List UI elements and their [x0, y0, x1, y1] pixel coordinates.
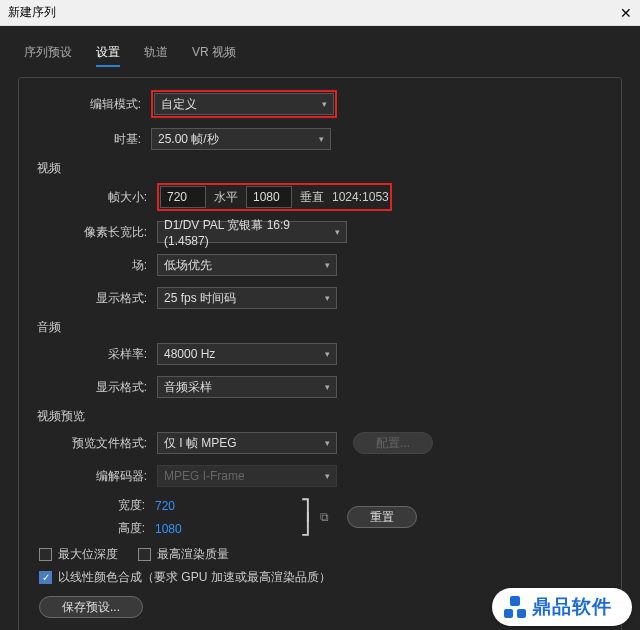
audio-display-select[interactable]: 音频采样 ▾ — [157, 376, 337, 398]
horizontal-label: 水平 — [214, 189, 238, 206]
par-label: 像素长宽比: — [37, 224, 157, 241]
chevron-down-icon: ▾ — [335, 227, 340, 237]
preview-height-value[interactable]: 1080 — [155, 522, 182, 536]
timebase-label: 时基: — [31, 131, 151, 148]
config-button: 配置... — [353, 432, 433, 454]
frame-size-highlight: 720 水平 1080 垂直 1024:1053 — [157, 183, 392, 211]
audio-display-label: 显示格式: — [37, 379, 157, 396]
fields-label: 场: — [37, 257, 157, 274]
vertical-label: 垂直 — [300, 189, 324, 206]
max-quality-checkbox[interactable] — [138, 548, 151, 561]
brand-logo: 鼎品软件 — [492, 588, 632, 626]
edit-mode-label: 编辑模式: — [31, 96, 151, 113]
linear-color-label: 以线性颜色合成（要求 GPU 加速或最高渲染品质） — [58, 569, 331, 586]
preview-file-select[interactable]: 仅 I 帧 MPEG ▾ — [157, 432, 337, 454]
chevron-down-icon: ▾ — [319, 134, 324, 144]
dialog-body: 序列预设 设置 轨道 VR 视频 编辑模式: 自定义 ▾ 时基: 25.00 帧… — [0, 26, 640, 630]
chevron-down-icon: ▾ — [325, 349, 330, 359]
tab-preset[interactable]: 序列预设 — [24, 40, 72, 67]
audio-section: 音频 — [31, 319, 609, 336]
sample-rate-label: 采样率: — [37, 346, 157, 363]
close-icon[interactable]: ✕ — [620, 5, 632, 21]
video-display-select[interactable]: 25 fps 时间码 ▾ — [157, 287, 337, 309]
codec-select: MPEG I-Frame ▾ — [157, 465, 337, 487]
par-select[interactable]: D1/DV PAL 宽银幕 16:9 (1.4587) ▾ — [157, 221, 347, 243]
timebase-select[interactable]: 25.00 帧/秒 ▾ — [151, 128, 331, 150]
max-depth-label: 最大位深度 — [58, 546, 118, 563]
fields-select[interactable]: 低场优先 ▾ — [157, 254, 337, 276]
tab-settings[interactable]: 设置 — [96, 40, 120, 67]
titlebar: 新建序列 ✕ — [0, 0, 640, 26]
tab-vr[interactable]: VR 视频 — [192, 40, 236, 67]
chevron-down-icon: ▾ — [325, 471, 330, 481]
brand-text: 鼎品软件 — [532, 594, 612, 620]
aspect-readout: 1024:1053 — [332, 190, 389, 204]
save-preset-button[interactable]: 保存预设... — [39, 596, 143, 618]
tab-tracks[interactable]: 轨道 — [144, 40, 168, 67]
chevron-down-icon: ▾ — [322, 99, 327, 109]
frame-width-input[interactable]: 720 — [160, 186, 206, 208]
edit-mode-select[interactable]: 自定义 ▾ — [154, 93, 334, 115]
brand-icon — [504, 596, 526, 618]
settings-panel: 编辑模式: 自定义 ▾ 时基: 25.00 帧/秒 ▾ 视频 帧大小: 720 — [18, 77, 622, 630]
preview-height-label: 高度: — [115, 520, 155, 537]
preview-width-label: 宽度: — [115, 497, 155, 514]
reset-button[interactable]: 重置 — [347, 506, 417, 528]
frame-size-label: 帧大小: — [37, 189, 157, 206]
max-quality-label: 最高渲染质量 — [157, 546, 229, 563]
preview-file-label: 预览文件格式: — [37, 435, 157, 452]
video-section: 视频 — [31, 160, 609, 177]
frame-height-input[interactable]: 1080 — [246, 186, 292, 208]
chevron-down-icon: ▾ — [325, 438, 330, 448]
bracket-icon: ⎤⎦ — [300, 503, 312, 531]
codec-label: 编解码器: — [37, 468, 157, 485]
link-icon[interactable]: ⧉ — [320, 510, 329, 524]
max-depth-checkbox[interactable] — [39, 548, 52, 561]
chevron-down-icon: ▾ — [325, 382, 330, 392]
chevron-down-icon: ▾ — [325, 260, 330, 270]
edit-mode-highlight: 自定义 ▾ — [151, 90, 337, 118]
preview-section: 视频预览 — [31, 408, 609, 425]
preview-width-value[interactable]: 720 — [155, 499, 175, 513]
chevron-down-icon: ▾ — [325, 293, 330, 303]
dialog-title: 新建序列 — [8, 4, 56, 21]
linear-color-checkbox[interactable]: ✓ — [39, 571, 52, 584]
video-display-label: 显示格式: — [37, 290, 157, 307]
sample-rate-select[interactable]: 48000 Hz ▾ — [157, 343, 337, 365]
tabs: 序列预设 设置 轨道 VR 视频 — [18, 40, 622, 67]
